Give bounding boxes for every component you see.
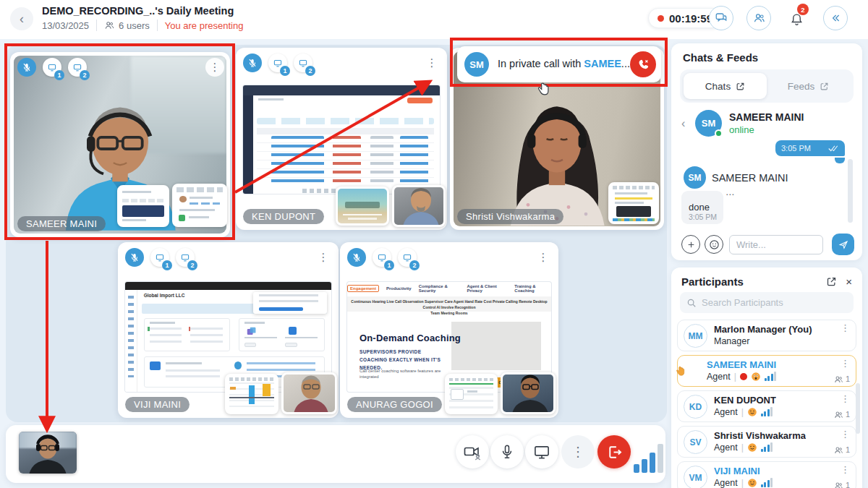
more-options-button[interactable]: ⋮	[561, 435, 595, 468]
share-preview-thumb[interactable]	[608, 182, 659, 224]
private-call-count: 1	[834, 410, 850, 419]
participant-camera-thumb[interactable]	[281, 372, 337, 414]
mic-muted-icon	[125, 248, 144, 267]
control-bar: ⋮	[6, 425, 665, 483]
screen-share-1-button[interactable]: 1	[150, 248, 169, 267]
screen-share-1-button[interactable]: 1	[268, 53, 287, 72]
participant-row-viji[interactable]: VM VIJI MAINI Agent | ⋮ 1	[677, 461, 856, 488]
message-options-icon[interactable]: ⋯	[726, 189, 735, 200]
end-private-call-button[interactable]	[630, 51, 656, 77]
participant-role: Manager	[714, 336, 749, 346]
search-icon	[686, 298, 697, 308]
participant-row-marlon[interactable]: MM Marlon Manager (You) Manager ⋮	[677, 320, 856, 351]
kebab-menu-icon[interactable]: ⋮	[841, 464, 850, 475]
chat-scrollbar[interactable]	[848, 159, 853, 223]
share-preview-thumb[interactable]	[336, 187, 389, 226]
notifications-button[interactable]: 2	[784, 7, 809, 31]
emoji-button[interactable]	[705, 235, 723, 254]
tab-chats[interactable]: Chats	[684, 73, 767, 99]
chat-toggle-button[interactable]	[709, 6, 733, 30]
meeting-window: ‹ DEMO_RECORDING_..'s Daily Meeting 13/0…	[0, 0, 868, 488]
raised-hand-icon	[674, 365, 686, 378]
mic-toggle-button[interactable]	[490, 435, 524, 468]
private-call-banner[interactable]: SM In private call with SAMEE...	[457, 46, 661, 82]
user-count: 6 users	[104, 20, 150, 31]
signal-bars-icon	[765, 372, 777, 381]
person-figure	[284, 372, 337, 412]
signal-bars-icon	[761, 443, 773, 452]
read-receipt-icon	[828, 145, 839, 152]
self-view-thumbnail[interactable]	[19, 432, 77, 474]
person-figure	[19, 432, 77, 474]
people-count-icon	[834, 411, 843, 419]
chat-contact-name: SAMEER MAINI	[729, 111, 804, 123]
tile-menu-button[interactable]: ⋮	[534, 248, 553, 267]
tab-feeds[interactable]: Feeds	[767, 73, 850, 99]
avatar: SV	[684, 430, 707, 454]
share-preview-thumb[interactable]	[172, 184, 227, 227]
participant-name-label: ANURAG GOGOI	[347, 397, 442, 412]
avatar: SM	[684, 166, 706, 189]
kebab-menu-icon[interactable]: ⋮	[841, 358, 850, 369]
meeting-subtitle: 13/03/2025 6 users You are presenting	[42, 20, 243, 31]
share-preview-thumb[interactable]	[225, 374, 278, 414]
participant-row-ken[interactable]: KD KEN DUPONT Agent | ⋮ 1	[677, 390, 856, 422]
video-tile-sameer-maini[interactable]: 1 2 ⋮ SAMEER MAINI	[10, 52, 230, 237]
participant-row-shristi[interactable]: SV Shristi Vishwakarma Agent | ⋮ 1	[677, 426, 856, 458]
video-tile-ken-dupont[interactable]: 1 2 ⋮	[236, 48, 447, 230]
search-participants-input[interactable]	[702, 297, 847, 308]
kebab-menu-icon[interactable]: ⋮	[841, 429, 850, 440]
mic-muted-icon	[347, 248, 366, 267]
external-link-icon[interactable]	[826, 276, 837, 287]
external-link-icon	[820, 82, 829, 91]
users-icon	[104, 20, 115, 30]
camera-toggle-button[interactable]	[456, 435, 489, 468]
collapse-panel-button[interactable]	[823, 6, 848, 30]
camera-icon	[463, 443, 482, 461]
screen-share-1-button[interactable]: 1	[43, 58, 61, 77]
back-button[interactable]: ‹	[10, 7, 33, 30]
tile-menu-button[interactable]: ⋮	[205, 58, 224, 77]
private-call-count: 1	[834, 445, 850, 454]
kebab-menu-icon: ⋮	[538, 251, 549, 264]
participant-name: Marlon Manager (You)	[714, 324, 812, 335]
private-call-text: In private call with SAMEE...	[498, 58, 630, 69]
private-call-count: 1	[834, 374, 850, 383]
participants-list: MM Marlon Manager (You) Manager ⋮ SAMEER…	[677, 320, 856, 488]
chat-back-button[interactable]: ‹	[681, 117, 685, 130]
tile-menu-button[interactable]: ⋮	[314, 248, 333, 267]
smiley-icon	[709, 239, 720, 250]
screen-share-2-button[interactable]: 2	[68, 58, 87, 77]
participants-panel: Participants × MM Marlon Manager (You) M…	[671, 267, 862, 488]
screen-share-1-button[interactable]: 1	[373, 248, 391, 267]
avatar: VM	[684, 466, 707, 488]
avatar: SM	[464, 52, 489, 77]
share-preview-thumb[interactable]	[117, 185, 169, 227]
tile-menu-button[interactable]: ⋮	[422, 53, 441, 72]
send-button[interactable]	[832, 234, 854, 255]
screen-share-2-button[interactable]: 2	[176, 248, 195, 267]
participant-camera-thumb[interactable]	[501, 372, 556, 414]
recording-dot-icon	[740, 373, 747, 380]
share-preview-thumb[interactable]	[445, 374, 498, 414]
video-tile-anurag-gogoi[interactable]: 1 2 ⋮ Engagement Productivity Compliance…	[340, 242, 558, 418]
participants-scrollbar[interactable]	[856, 383, 860, 434]
surprised-emoji-icon	[751, 372, 761, 382]
double-chevron-left-icon	[830, 12, 841, 24]
participants-toggle-button[interactable]	[746, 6, 771, 30]
leave-meeting-button[interactable]	[597, 435, 631, 468]
share-page-title: Global Import LLC	[144, 293, 185, 298]
participant-camera-thumb[interactable]	[392, 185, 446, 227]
kebab-menu-icon[interactable]: ⋮	[841, 393, 850, 404]
screen-share-button[interactable]	[525, 435, 558, 468]
video-tile-viji-maini[interactable]: 1 2 ⋮ Global Import LLC	[118, 242, 339, 418]
participant-name-label: KEN DUPONT	[243, 209, 324, 224]
participant-row-sameer[interactable]: SAMEER MAINI Agent | ⋮ 1	[677, 355, 856, 387]
attach-button[interactable]	[681, 235, 700, 254]
screen-share-2-button[interactable]: 2	[294, 53, 312, 72]
message-composer	[671, 233, 862, 260]
screen-share-2-button[interactable]: 2	[398, 248, 417, 267]
kebab-menu-icon[interactable]: ⋮	[841, 322, 850, 333]
message-input[interactable]	[729, 235, 823, 254]
close-icon[interactable]: ×	[846, 276, 852, 287]
